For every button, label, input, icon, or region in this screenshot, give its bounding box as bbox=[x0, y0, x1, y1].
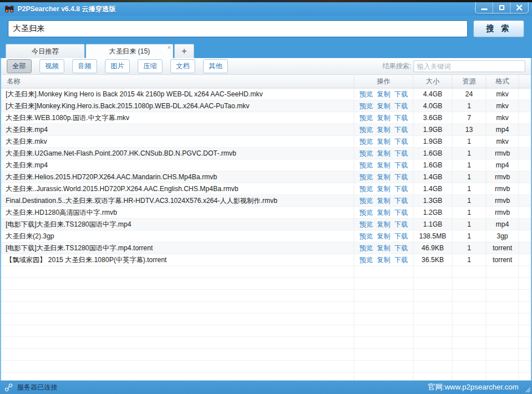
copy-link[interactable]: 复制 bbox=[377, 255, 390, 265]
table-row[interactable]: 大圣归来.Helios.2015.HD720P.X264.AAC.Mandari… bbox=[1, 171, 531, 183]
preview-link[interactable]: 预览 bbox=[359, 244, 373, 253]
copy-link[interactable]: 复制 bbox=[377, 196, 390, 206]
header-action[interactable]: 操作 bbox=[354, 75, 414, 88]
table-row[interactable]: Final.Destination.5..大圣归来.双语字幕.HR-HDTV.A… bbox=[1, 195, 531, 207]
resource-count bbox=[452, 302, 486, 313]
download-link[interactable]: 下载 bbox=[394, 255, 408, 265]
file-format: mkv bbox=[486, 136, 519, 147]
file-name bbox=[1, 266, 354, 277]
preview-link[interactable]: 预览 bbox=[359, 220, 373, 229]
table-row[interactable]: 大圣归来.HD1280高清国语中字.rmvb 预览 复制 下载 1.2GB 1 … bbox=[1, 207, 531, 219]
download-link[interactable]: 下载 bbox=[394, 220, 408, 229]
copy-link[interactable]: 复制 bbox=[377, 137, 390, 147]
file-size: 1.4GB bbox=[414, 171, 452, 183]
download-link[interactable]: 下载 bbox=[394, 172, 408, 182]
table-row[interactable]: 大圣归来.U2Game.Net-Flash.Point.2007.HK.CNSu… bbox=[1, 148, 531, 160]
table-row[interactable]: 大圣归来.WEB.1080p.国语.中文字幕.mkv 预览 复制 下载 3.6G… bbox=[1, 112, 531, 124]
preview-link[interactable]: 预览 bbox=[359, 149, 373, 158]
preview-link[interactable]: 预览 bbox=[359, 196, 373, 206]
result-search-input[interactable] bbox=[414, 60, 525, 72]
header-name[interactable]: 名称 bbox=[1, 75, 354, 88]
copy-link[interactable]: 复制 bbox=[377, 90, 390, 99]
resize-grip[interactable] bbox=[524, 386, 531, 393]
tab-close-icon[interactable]: × bbox=[168, 45, 171, 51]
file-name: Final.Destination.5..大圣归来.双语字幕.HR-HDTV.A… bbox=[1, 195, 354, 206]
table-row[interactable]: [电影下载]大圣归来.TS1280国语中字.mp4 预览 复制 下载 1.1GB… bbox=[1, 219, 531, 231]
preview-link[interactable]: 预览 bbox=[359, 137, 373, 147]
file-size: 1.9GB bbox=[414, 136, 452, 147]
copy-link[interactable]: 复制 bbox=[377, 161, 390, 170]
app-window: P2PSearcher v6.4.8 云播穿透版 云播放器 搜 索 今日推荐 大… bbox=[0, 0, 532, 394]
tab-search-result[interactable]: 大圣归来 (15) × bbox=[86, 44, 173, 58]
table-row[interactable]: 大圣归来(2).3gp 预览 复制 下载 138.5MB 1 3gp bbox=[1, 231, 531, 242]
filter-archive-button[interactable]: 压缩 bbox=[138, 59, 162, 73]
filter-other-button[interactable]: 其他 bbox=[203, 59, 228, 73]
table-row[interactable]: 大圣归来.mp4 预览 复制 下载 1.9GB 13 mp4 bbox=[1, 124, 531, 136]
header-resources[interactable]: 资源 bbox=[452, 75, 486, 88]
maximize-button[interactable] bbox=[493, 2, 511, 13]
filter-image-button[interactable]: 图片 bbox=[105, 59, 130, 73]
download-link[interactable]: 下载 bbox=[394, 244, 408, 253]
table-row[interactable]: [大圣归来].Monkey King Hero is Back 2015 4k … bbox=[1, 88, 531, 100]
preview-link[interactable]: 预览 bbox=[359, 184, 373, 194]
file-format: 3gp bbox=[486, 231, 519, 242]
download-link[interactable]: 下载 bbox=[394, 90, 408, 99]
download-link[interactable]: 下载 bbox=[394, 101, 408, 111]
preview-link[interactable]: 预览 bbox=[359, 172, 373, 182]
file-name: 大圣归来(2).3gp bbox=[1, 231, 354, 242]
download-link[interactable]: 下载 bbox=[394, 161, 408, 170]
search-button[interactable]: 搜 索 bbox=[473, 20, 524, 37]
maximize-icon bbox=[499, 5, 504, 10]
filter-document-button[interactable]: 文档 bbox=[170, 59, 195, 73]
preview-link[interactable]: 预览 bbox=[359, 101, 373, 111]
minimize-button[interactable] bbox=[476, 2, 493, 13]
file-name bbox=[1, 361, 354, 372]
preview-link[interactable]: 预览 bbox=[359, 161, 373, 170]
table-row[interactable]: 【飘域家园】 2015 大圣归来.1080P(中英字幕).torrent 预览 … bbox=[1, 254, 531, 266]
copy-link[interactable]: 复制 bbox=[377, 208, 390, 218]
table-row[interactable]: [大圣归来]Monkey.King.Hero.is.Back.2015.1080… bbox=[1, 100, 531, 112]
extra-cell bbox=[519, 302, 531, 313]
copy-link[interactable]: 复制 bbox=[377, 101, 390, 111]
download-link[interactable]: 下载 bbox=[394, 208, 408, 218]
resource-count: 1 bbox=[452, 160, 486, 171]
download-link[interactable]: 下载 bbox=[394, 137, 408, 147]
filter-audio-button[interactable]: 音频 bbox=[72, 59, 97, 73]
copy-link[interactable]: 复制 bbox=[377, 184, 390, 194]
tab-today-recommend[interactable]: 今日推荐 bbox=[6, 44, 85, 58]
search-input[interactable] bbox=[8, 20, 468, 37]
filter-video-button[interactable]: 视频 bbox=[39, 59, 64, 73]
preview-link[interactable]: 预览 bbox=[359, 255, 373, 265]
preview-link[interactable]: 预览 bbox=[359, 125, 373, 135]
file-name: [大圣归来].Monkey King Hero is Back 2015 4k … bbox=[1, 88, 354, 100]
download-link[interactable]: 下载 bbox=[394, 184, 408, 194]
table-row[interactable]: 大圣归来..Jurassic.World.2015.HD720P.X264.AA… bbox=[1, 183, 531, 195]
download-link[interactable]: 下载 bbox=[394, 149, 408, 158]
copy-link[interactable]: 复制 bbox=[377, 232, 390, 241]
download-link[interactable]: 下载 bbox=[394, 232, 408, 241]
filter-all-button[interactable]: 全部 bbox=[7, 59, 32, 73]
table-row[interactable]: [电影下载]大圣归来.TS1280国语中字.mp4.torrent 预览 复制 … bbox=[1, 242, 531, 254]
copy-link[interactable]: 复制 bbox=[377, 125, 390, 135]
header-extra bbox=[519, 75, 531, 88]
download-link[interactable]: 下载 bbox=[394, 125, 408, 135]
download-link[interactable]: 下载 bbox=[394, 113, 408, 123]
copy-link[interactable]: 复制 bbox=[377, 220, 390, 229]
copy-link[interactable]: 复制 bbox=[377, 172, 390, 182]
download-link[interactable]: 下载 bbox=[394, 196, 408, 206]
header-size[interactable]: 大小 bbox=[414, 75, 452, 88]
row-actions bbox=[354, 373, 414, 380]
close-button[interactable] bbox=[511, 2, 528, 13]
header-format[interactable]: 格式 bbox=[486, 75, 519, 88]
preview-link[interactable]: 预览 bbox=[359, 232, 373, 241]
extra-cell bbox=[519, 325, 531, 337]
table-row[interactable]: 大圣归来.mkv 预览 复制 下载 1.9GB 1 mkv bbox=[1, 136, 531, 148]
table-row[interactable]: 大圣归来.mp4 预览 复制 下载 1.6GB 1 mp4 bbox=[1, 160, 531, 171]
preview-link[interactable]: 预览 bbox=[359, 113, 373, 123]
preview-link[interactable]: 预览 bbox=[359, 208, 373, 218]
copy-link[interactable]: 复制 bbox=[377, 113, 390, 123]
add-tab-button[interactable]: + bbox=[174, 44, 194, 58]
preview-link[interactable]: 预览 bbox=[359, 90, 373, 99]
copy-link[interactable]: 复制 bbox=[377, 149, 390, 158]
copy-link[interactable]: 复制 bbox=[377, 244, 390, 253]
